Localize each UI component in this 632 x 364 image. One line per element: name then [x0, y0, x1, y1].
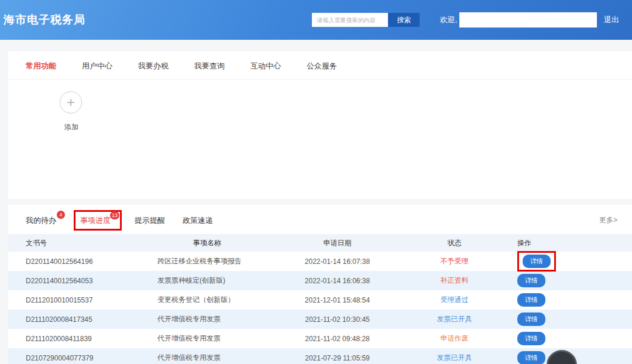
detail-button[interactable]: 详情 — [517, 274, 545, 287]
detail-button[interactable]: 详情 — [517, 351, 545, 364]
panel-tabs: 我的待办 4 事项进度 13 提示提醒 政策速递 更多> — [8, 205, 632, 234]
welcome-label: 欢迎, — [439, 15, 457, 25]
tab-policy-express[interactable]: 政策速递 — [183, 215, 213, 226]
detail-button[interactable]: 详情 — [517, 332, 545, 345]
status-text: 发票已开具 — [400, 353, 509, 363]
item-name: 发票票种核定(创新版) — [140, 276, 274, 286]
nav-tab-woyaochaxun[interactable]: 我要查询 — [194, 61, 225, 71]
status-text: 受理通过 — [400, 295, 509, 305]
col-header-status: 状态 — [400, 238, 509, 248]
site-title: 海市电子税务局 — [4, 12, 85, 28]
progress-panel: 我的待办 4 事项进度 13 提示提醒 政策速递 更多> 文书号 事项名称 申请… — [8, 205, 632, 364]
apply-date: 2022-01-14 16:06:38 — [274, 277, 400, 285]
table-row: D2107290004077379 代开增值税专用发票 2021-07-29 1… — [8, 348, 632, 364]
item-name: 变更税务登记（创新版） — [140, 295, 274, 305]
main-nav: 常用功能 用户中心 我要办税 我要查询 互动中心 公众服务 — [8, 51, 632, 80]
tab-item-progress-label: 事项进度 — [80, 216, 111, 225]
apply-date: 2021-07-29 11:05:59 — [274, 354, 400, 362]
item-name: 跨区迁移企业税务事项报告 — [140, 256, 274, 266]
logout-button[interactable]: 退出 — [604, 15, 619, 25]
top-header: 海市电子税务局 搜索 欢迎, 退出 — [0, 0, 632, 40]
main-card: 常用功能 用户中心 我要办税 我要查询 互动中心 公众服务 + 添加 — [8, 51, 632, 199]
table-header: 文书号 事项名称 申请日期 状态 操作 — [8, 234, 632, 252]
item-name: 代开增值税专用发票 — [140, 353, 274, 363]
todo-count-badge: 4 — [57, 211, 65, 219]
item-name: 代开增值税专用发票 — [140, 314, 274, 324]
search-bar: 搜索 — [312, 13, 420, 27]
apply-date: 2021-11-02 10:30:45 — [274, 315, 400, 324]
table-row: D2111020008417345 代开增值税专用发票 2021-11-02 1… — [8, 310, 632, 329]
doc-number: D2112010010015537 — [8, 296, 140, 304]
tab-my-todo[interactable]: 我的待办 4 — [26, 215, 56, 226]
tab-my-todo-label: 我的待办 — [26, 216, 56, 225]
annotation-box-tab: 事项进度 13 — [74, 210, 122, 231]
add-label: 添加 — [60, 122, 83, 132]
doc-number: D2111020008411839 — [8, 335, 140, 343]
col-header-name: 事项名称 — [140, 238, 274, 248]
apply-date: 2022-01-14 16:07:38 — [274, 257, 400, 266]
shortcut-add: + 添加 — [60, 80, 83, 132]
doc-number: D2201140012564196 — [8, 257, 140, 266]
col-header-doc-no: 文书号 — [8, 238, 140, 248]
tab-item-progress[interactable]: 事项进度 13 — [80, 216, 111, 225]
apply-date: 2021-11-02 09:48:28 — [274, 335, 400, 343]
nav-tab-yonghuzhongxin[interactable]: 用户中心 — [82, 61, 112, 71]
status-text: 不予受理 — [400, 256, 509, 266]
detail-button[interactable]: 详情 — [517, 313, 545, 326]
table-body: D2201140012564196 跨区迁移企业税务事项报告 2022-01-1… — [8, 252, 632, 364]
table-row: D2111020008411839 代开增值税专用发票 2021-11-02 0… — [8, 329, 632, 348]
doc-number: D2107290004077379 — [8, 354, 140, 362]
table-row: D2112010010015537 变更税务登记（创新版） 2021-12-01… — [8, 290, 632, 310]
username-field[interactable] — [459, 12, 597, 28]
progress-count-badge: 13 — [110, 211, 119, 219]
tab-reminders[interactable]: 提示提醒 — [135, 215, 165, 226]
table-row: D2201140012564053 发票票种核定(创新版) 2022-01-14… — [8, 271, 632, 290]
doc-number: D2201140012564053 — [8, 277, 140, 285]
annotation-box-detail: 详情 — [517, 251, 556, 272]
nav-tab-woyaobanshui[interactable]: 我要办税 — [138, 61, 169, 71]
nav-tab-changyonggongneng[interactable]: 常用功能 — [26, 61, 56, 71]
status-text: 发票已开具 — [400, 314, 509, 324]
add-icon[interactable]: + — [60, 91, 82, 114]
col-header-action: 操作 — [509, 238, 632, 248]
detail-button[interactable]: 详情 — [517, 293, 545, 307]
header-right: 搜索 欢迎, 退出 — [312, 12, 619, 28]
table-row: D2201140012564196 跨区迁移企业税务事项报告 2022-01-1… — [8, 252, 632, 271]
nav-tab-gongzhongfuwu[interactable]: 公众服务 — [307, 61, 337, 71]
apply-date: 2021-12-01 15:48:54 — [274, 296, 400, 304]
nav-tab-hudongzhongxin[interactable]: 互动中心 — [250, 61, 281, 71]
item-name: 代开增值税专用发票 — [140, 334, 274, 344]
more-link[interactable]: 更多> — [599, 215, 617, 225]
search-input[interactable] — [312, 13, 388, 27]
status-text: 申请作废 — [400, 334, 509, 344]
status-text: 补正资料 — [400, 276, 509, 286]
doc-number: D2111020008417345 — [8, 315, 140, 324]
col-header-date: 申请日期 — [274, 238, 400, 248]
detail-button[interactable]: 详情 — [523, 255, 551, 268]
search-button[interactable]: 搜索 — [388, 13, 420, 27]
